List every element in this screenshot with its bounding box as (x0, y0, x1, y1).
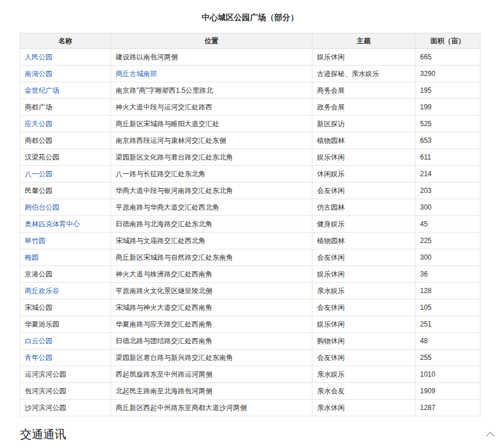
section-header-transport[interactable]: 交通通讯 (20, 428, 495, 448)
location-cell: 神火大道与株洲路交汇处西南角 (111, 266, 312, 283)
location-cell: 平原南路火文化景区燧皇陵北侧 (111, 283, 312, 299)
table-row: 奥林匹克体育中心归德南路与北海路交汇处东北角健身娱乐45 (20, 216, 480, 233)
location-text: 宋城路与神火大道交汇处西南角 (116, 303, 212, 312)
location-cell: 商丘新区宋城路与睢阳大道交汇处 (111, 116, 312, 132)
location-cell: 南京路西段运河与康林河交汇处东侧 (111, 132, 312, 149)
park-name-text: 商都公园 (25, 136, 52, 145)
park-name-cell: 华夏游乐园 (20, 316, 111, 333)
park-name-cell: 民馨公园 (20, 183, 111, 199)
park-name-link[interactable]: 商丘欢乐谷 (25, 287, 59, 295)
table-row: 商都公园南京路西段运河与康林河交汇处东侧植物园林653 (20, 132, 480, 149)
park-name-link[interactable]: 翠竹园 (25, 237, 45, 245)
location-text: 商丘新区西起中州路东至商都大道沙河两侧 (116, 404, 247, 412)
table-row: 商都广场神火大道中段与运河交汇处路西政务会展199 (20, 99, 480, 116)
park-name-cell: 阏伯台公园 (20, 199, 111, 216)
theme-cell: 娱乐休闲 (312, 266, 415, 283)
table-row: 八一公园八一路与长征路交汇处东北角休闲娱乐214 (20, 166, 480, 183)
table-title: 中心城区公园广场（部分） (0, 13, 500, 22)
table-row: 南湖公园商丘古城南部古迹探秘、亲水娱乐3290 (20, 66, 480, 82)
theme-cell: 商务会展 (312, 82, 415, 99)
area-cell: 255 (415, 350, 480, 366)
table-row: 沙河滨河公园商丘新区西起中州路东至商都大道沙河两侧亲水休闲1287 (20, 400, 480, 416)
table-row: 白云公园归德北路与团结路交汇处西南角购物休闲48 (20, 333, 480, 350)
park-name-cell: 南湖公园 (20, 66, 111, 82)
theme-cell: 休闲娱乐 (312, 166, 415, 183)
park-name-cell: 宋城公园 (20, 299, 111, 316)
park-name-link[interactable]: 应天公园 (25, 120, 52, 128)
park-name-link[interactable]: 阏伯台公园 (25, 203, 59, 211)
area-cell: 45 (415, 216, 480, 233)
table-row: 青年公园梁园新区君台路与新兴路交汇处东南角会友休闲255 (20, 350, 480, 366)
park-name-link[interactable]: 奥林匹克体育中心 (25, 220, 80, 228)
park-name-text: 华夏游乐园 (25, 320, 59, 328)
col-header-area: 面积（亩） (415, 33, 480, 49)
location-cell: 宋城路与文庙路交汇处西北角 (111, 233, 312, 249)
park-name-cell: 人民公园 (20, 49, 111, 66)
col-header-name: 名称 (20, 33, 111, 49)
park-name-cell: 白云公园 (20, 333, 111, 350)
area-cell: 251 (415, 316, 480, 333)
location-cell: 平原南路与华商大道交汇处西北角 (111, 199, 312, 216)
park-name-text: 汉梁苑公园 (25, 153, 59, 161)
area-cell: 525 (415, 116, 480, 132)
park-name-cell: 翠竹园 (20, 233, 111, 249)
location-link[interactable]: 商丘古城南部 (116, 70, 157, 78)
park-name-cell: 梅园 (20, 249, 111, 266)
table-row: 翠竹园宋城路与文庙路交汇处西北角植物园林225 (20, 233, 480, 249)
location-text: 北起民主路南至北海路包河两侧 (116, 387, 212, 395)
area-cell: 300 (415, 249, 480, 266)
park-name-text: 商都广场 (25, 103, 52, 111)
theme-cell: 娱乐休闲 (312, 149, 415, 166)
location-cell: 宋城路与神火大道交汇处西南角 (111, 299, 312, 316)
location-text: 建设路以南包河两侧 (116, 53, 178, 61)
theme-cell: 健身娱乐 (312, 216, 415, 233)
park-name-cell: 青年公园 (20, 350, 111, 366)
park-name-link[interactable]: 白云公园 (25, 337, 52, 345)
park-name-cell: 运河滨河公园 (20, 366, 111, 383)
theme-cell: 古迹探秘、亲水娱乐 (312, 66, 415, 82)
table-row: 华夏游乐园华夏南路与应天路交汇处西南角娱乐休闲251 (20, 316, 480, 333)
park-name-cell: 商都公园 (20, 132, 111, 149)
area-cell: 1287 (415, 400, 480, 416)
park-name-link[interactable]: 青年公园 (25, 354, 52, 362)
chevron-up-icon[interactable] (485, 430, 495, 438)
location-cell: 八一路与长征路交汇处东北角 (111, 166, 312, 183)
area-cell: 300 (415, 199, 480, 216)
location-cell: 梁园新区文化路与君台路交汇处东北角 (111, 149, 312, 166)
area-cell: 128 (415, 283, 480, 299)
location-text: 神火大道中段与运河交汇处路西 (116, 103, 212, 111)
theme-cell: 亲水娱乐 (312, 283, 415, 299)
location-text: 神火大道与株洲路交汇处西南角 (116, 270, 212, 278)
park-name-cell: 京港公园 (20, 266, 111, 283)
location-text: 华夏南路与应天路交汇处西南角 (116, 320, 212, 328)
park-name-link[interactable]: 金世纪广场 (25, 86, 59, 94)
location-cell: 归德北路与团结路交汇处西南角 (111, 333, 312, 350)
table-header-row: 名称 位置 主题 面积（亩） (20, 33, 480, 49)
area-cell: 203 (415, 183, 480, 199)
area-cell: 611 (415, 149, 480, 166)
park-name-cell: 沙河滨河公园 (20, 400, 111, 416)
park-name-text: 沙河滨河公园 (25, 404, 66, 412)
theme-cell: 娱乐休闲 (312, 49, 415, 66)
theme-cell: 会友休闲 (312, 350, 415, 366)
theme-cell: 亲水会友 (312, 383, 415, 400)
location-text: 华商大道中段与银河南路交汇处东北角 (116, 187, 233, 195)
parks-table: 名称 位置 主题 面积（亩） 人民公园建设路以南包河两侧娱乐休闲665南湖公园商… (20, 33, 480, 416)
park-name-link[interactable]: 南湖公园 (25, 70, 52, 78)
location-cell: 梁园新区君台路与新兴路交汇处东南角 (111, 350, 312, 366)
theme-cell: 购物休闲 (312, 333, 415, 350)
location-text: 梁园新区君台路与新兴路交汇处东南角 (116, 354, 233, 362)
theme-cell: 亲水休闲 (312, 400, 415, 416)
theme-cell: 会友休闲 (312, 183, 415, 199)
location-cell: 华夏南路与应天路交汇处西南角 (111, 316, 312, 333)
location-cell: 归德南路与北海路交汇处东北角 (111, 216, 312, 233)
table-body: 人民公园建设路以南包河两侧娱乐休闲665南湖公园商丘古城南部古迹探秘、亲水娱乐3… (20, 49, 480, 416)
location-cell: 商丘新区西起中州路东至商都大道沙河两侧 (111, 400, 312, 416)
park-name-link[interactable]: 梅园 (25, 253, 39, 261)
area-cell: 36 (415, 266, 480, 283)
theme-cell: 新区探访 (312, 116, 415, 132)
park-name-link[interactable]: 人民公园 (25, 53, 52, 61)
park-name-link[interactable]: 八一公园 (25, 170, 52, 178)
park-name-cell: 八一公园 (20, 166, 111, 183)
table-row: 阏伯台公园平原南路与华商大道交汇处西北角仿古园林300 (20, 199, 480, 216)
